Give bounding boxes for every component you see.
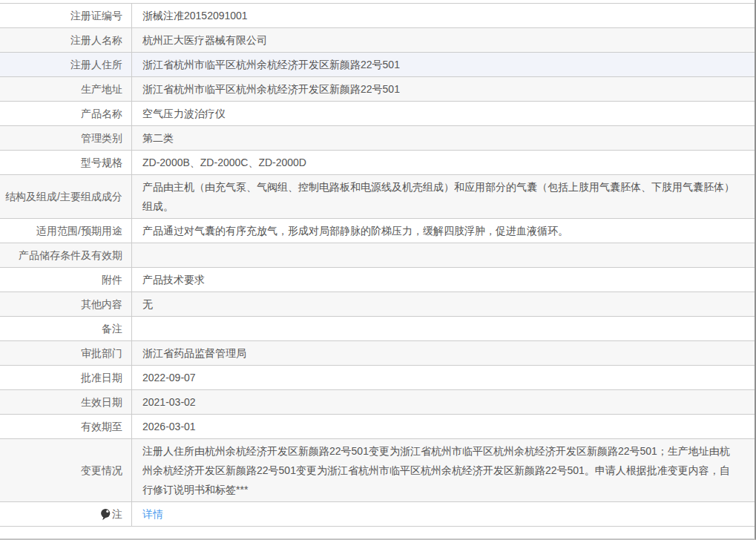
row-label: 备注 — [102, 319, 122, 338]
row-value: 产品技术要求 — [142, 270, 205, 289]
row-label: 适用范围/预期用途 — [36, 221, 122, 240]
table-row: 变更情况 注册人住所由杭州余杭经济开发区新颜路22号501变更为浙江省杭州市临平… — [0, 439, 755, 502]
row-value-cell: 浙械注准20152091001 — [132, 4, 755, 27]
row-value-cell: ZD-2000B、ZD-2000C、ZD-2000D — [132, 151, 755, 174]
row-label-cell: 产品名称 — [0, 102, 132, 125]
row-value-cell: 浙江省药品监督管理局 — [132, 341, 755, 365]
table-row: 产品储存条件及有效期 — [0, 243, 755, 268]
row-label-cell: 注 — [0, 502, 132, 526]
row-value-cell — [132, 317, 755, 340]
row-value: 杭州正大医疗器械有限公司 — [142, 30, 267, 50]
row-value: 注册人住所由杭州余杭经济开发区新颜路22号501变更为浙江省杭州市临平区杭州余杭… — [142, 441, 737, 499]
row-label-cell: 结构及组成/主要组成成分 — [0, 175, 132, 218]
table-row: 注册人名称 杭州正大医疗器械有限公司 — [0, 28, 755, 53]
row-value-cell: 2021-03-02 — [132, 390, 755, 414]
table-row: 结构及组成/主要组成成分 产品由主机（由充气泵、气阀组、控制电路板和电源线及机壳… — [0, 175, 755, 219]
row-label-cell: 有效期至 — [0, 415, 132, 438]
row-value: 第二类 — [142, 128, 174, 148]
row-label-cell: 产品储存条件及有效期 — [0, 243, 132, 267]
row-label: 管理类别 — [81, 128, 122, 148]
row-value: 浙江省杭州市临平区杭州余杭经济开发区新颜路22号501 — [142, 55, 400, 74]
row-value: ZD-2000B、ZD-2000C、ZD-2000D — [142, 153, 306, 172]
table-row: 审批部门 浙江省药品监督管理局 — [0, 341, 755, 366]
row-value: 产品通过对气囊的有序充放气，形成对局部静脉的阶梯压力，缓解四肢浮肿，促进血液循环… — [142, 221, 568, 240]
row-value: 产品由主机（由充气泵、气阀组、控制电路板和电源线及机壳组成）和应用部分的气囊（包… — [142, 177, 737, 216]
row-value-cell: 无 — [132, 292, 755, 316]
table-row: 生产地址 浙江省杭州市临平区杭州余杭经济开发区新颜路22号501 — [0, 77, 755, 102]
row-label: 注册人名称 — [70, 30, 122, 50]
row-label: 生产地址 — [81, 79, 122, 99]
row-label: 产品储存条件及有效期 — [19, 246, 122, 265]
row-label-cell: 注册证编号 — [0, 4, 132, 27]
row-value-cell: 浙江省杭州市临平区杭州余杭经济开发区新颜路22号501 — [132, 77, 755, 101]
row-value: 2021-03-02 — [142, 392, 196, 412]
row-label: 型号规格 — [81, 153, 122, 172]
row-value: 2022-09-07 — [142, 368, 196, 387]
row-label: 审批部门 — [81, 343, 122, 363]
row-label: 注 — [112, 504, 122, 524]
row-value: 浙江省杭州市临平区杭州余杭经济开发区新颜路22号501 — [142, 79, 400, 99]
row-label: 其他内容 — [81, 294, 122, 314]
table-row: 注册证编号 浙械注准20152091001 — [0, 4, 755, 28]
row-label: 附件 — [102, 270, 122, 289]
row-label-cell: 其他内容 — [0, 292, 132, 316]
row-value-cell: 2026-03-01 — [132, 415, 755, 438]
row-value-cell: 2022-09-07 — [132, 366, 755, 389]
row-label-cell: 批准日期 — [0, 366, 132, 389]
row-value-cell: 空气压力波治疗仪 — [132, 102, 755, 125]
table-row: 生效日期 2021-03-02 — [0, 390, 755, 415]
registration-table: 注册证编号 浙械注准20152091001 注册人名称 杭州正大医疗器械有限公司 — [0, 3, 755, 527]
row-label: 生效日期 — [81, 392, 122, 412]
row-label: 有效期至 — [81, 417, 122, 436]
row-value: 2026-03-01 — [142, 417, 196, 436]
table-row: 其他内容 无 — [0, 292, 755, 317]
row-label: 变更情况 — [81, 461, 122, 480]
row-value: 无 — [142, 294, 153, 314]
row-value: 浙江省药品监督管理局 — [142, 343, 246, 363]
table-row: 型号规格 ZD-2000B、ZD-2000C、ZD-2000D — [0, 151, 755, 175]
detail-link[interactable]: 详情 — [142, 504, 163, 524]
row-value-cell — [132, 243, 755, 267]
table-row: 适用范围/预期用途 产品通过对气囊的有序充放气，形成对局部静脉的阶梯压力，缓解四… — [0, 219, 755, 243]
row-label: 注册证编号 — [70, 6, 122, 25]
row-value-cell: 产品技术要求 — [132, 268, 755, 292]
row-value-cell: 杭州正大医疗器械有限公司 — [132, 28, 755, 52]
row-label-cell: 注册人住所 — [0, 53, 132, 76]
comment-balloon-icon — [100, 508, 111, 521]
row-value-cell: 第二类 — [132, 126, 755, 150]
table-row: 附件 产品技术要求 — [0, 268, 755, 292]
row-value-cell: 产品通过对气囊的有序充放气，形成对局部静脉的阶梯压力，缓解四肢浮肿，促进血液循环… — [132, 219, 755, 243]
row-label-cell: 适用范围/预期用途 — [0, 219, 132, 243]
row-value-cell: 注册人住所由杭州余杭经济开发区新颜路22号501变更为浙江省杭州市临平区杭州余杭… — [132, 439, 755, 501]
table-row: 备注 — [0, 317, 755, 341]
row-label: 注册人住所 — [70, 55, 122, 74]
row-label: 结构及组成/主要组成成分 — [5, 187, 122, 206]
row-value: 空气压力波治疗仪 — [142, 104, 226, 123]
row-value-cell: 产品由主机（由充气泵、气阀组、控制电路板和电源线及机壳组成）和应用部分的气囊（包… — [132, 175, 755, 218]
row-value-cell: 浙江省杭州市临平区杭州余杭经济开发区新颜路22号501 — [132, 53, 755, 76]
row-label: 批准日期 — [81, 368, 122, 387]
row-label-cell: 生产地址 — [0, 77, 132, 101]
table-row: 管理类别 第二类 — [0, 126, 755, 151]
row-label-cell: 变更情况 — [0, 439, 132, 501]
table-row: 批准日期 2022-09-07 — [0, 366, 755, 390]
row-label: 产品名称 — [81, 104, 122, 123]
table-row: 注 详情 — [0, 502, 755, 527]
row-label-cell: 生效日期 — [0, 390, 132, 414]
row-label-cell: 型号规格 — [0, 151, 132, 174]
registration-detail-page: 注册证编号 浙械注准20152091001 注册人名称 杭州正大医疗器械有限公司 — [0, 0, 756, 540]
row-label-cell: 附件 — [0, 268, 132, 292]
row-label-cell: 审批部门 — [0, 341, 132, 365]
table-row: 产品名称 空气压力波治疗仪 — [0, 102, 755, 126]
row-label-cell: 备注 — [0, 317, 132, 340]
table-row: 注册人住所 浙江省杭州市临平区杭州余杭经济开发区新颜路22号501 — [0, 53, 755, 77]
row-value-cell: 详情 — [132, 502, 755, 526]
row-label-cell: 注册人名称 — [0, 28, 132, 52]
row-value: 浙械注准20152091001 — [142, 6, 248, 25]
table-row: 有效期至 2026-03-01 — [0, 415, 755, 439]
row-label-cell: 管理类别 — [0, 126, 132, 150]
